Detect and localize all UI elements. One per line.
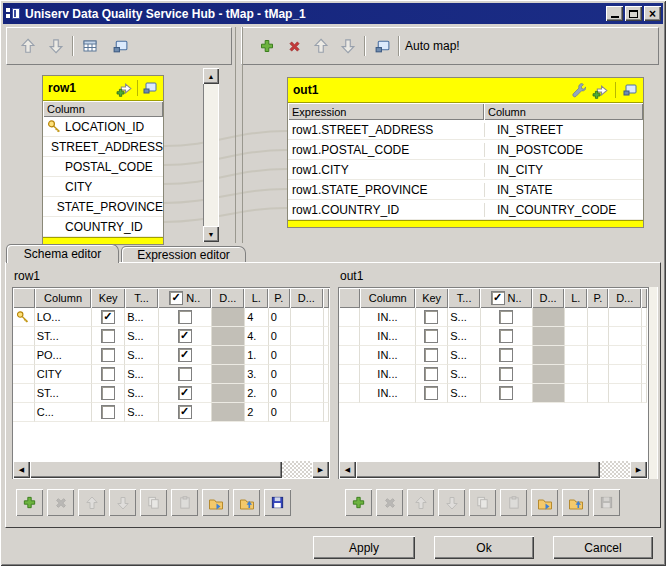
- cell-precision[interactable]: [588, 384, 609, 403]
- cell-length[interactable]: 2: [245, 403, 269, 422]
- key-checkbox[interactable]: [424, 348, 438, 362]
- schema-grid-hscrollbar[interactable]: ◀ ▶: [13, 461, 329, 478]
- cell-length[interactable]: [565, 327, 588, 346]
- schema-row[interactable]: IN... S...: [339, 346, 647, 365]
- schema-row[interactable]: ST... S... ✓ 4. 0: [13, 327, 329, 346]
- cell-default[interactable]: [609, 308, 642, 327]
- save-button[interactable]: [593, 489, 620, 516]
- output-row[interactable]: row1.CITYIN_CITY: [288, 160, 643, 180]
- tab-schema-editor[interactable]: Schema editor: [6, 244, 119, 263]
- key-checkbox[interactable]: ✓: [101, 310, 115, 324]
- input-table-row1[interactable]: row1 Column LOCATION_ID STREET_ADDRESS P…: [42, 75, 164, 245]
- move-up-button[interactable]: [407, 489, 434, 516]
- schema-row[interactable]: IN... S...: [339, 365, 647, 384]
- input-row-location-id[interactable]: LOCATION_ID: [43, 117, 163, 137]
- cell-precision[interactable]: [588, 346, 609, 365]
- input-row-street-address[interactable]: STREET_ADDRESS: [43, 137, 163, 157]
- cell-precision[interactable]: 0: [269, 365, 291, 384]
- schema-grid-hscrollbar[interactable]: ◀ ▶: [339, 461, 647, 478]
- cell-type[interactable]: S...: [448, 346, 481, 365]
- paste-button[interactable]: [171, 489, 198, 516]
- cell-precision[interactable]: 0: [269, 327, 291, 346]
- detach-window-icon[interactable]: [142, 80, 158, 96]
- cell-type[interactable]: S...: [125, 365, 158, 384]
- nullable-checkbox[interactable]: ✓: [178, 386, 192, 400]
- cell-precision[interactable]: [588, 308, 609, 327]
- nullable-all-checkbox[interactable]: ✓: [491, 291, 505, 305]
- cell-type[interactable]: S...: [125, 384, 158, 403]
- scroll-track[interactable]: [600, 461, 630, 478]
- nullable-checkbox[interactable]: [499, 367, 513, 381]
- move-up-icon[interactable]: [17, 36, 39, 56]
- nullable-checkbox[interactable]: [499, 310, 513, 324]
- cell-default[interactable]: [291, 308, 324, 327]
- nullable-checkbox[interactable]: ✓: [178, 329, 192, 343]
- key-checkbox[interactable]: [101, 348, 115, 362]
- output-table-header[interactable]: out1: [288, 78, 643, 103]
- cell-default[interactable]: [609, 346, 642, 365]
- cell-default[interactable]: [291, 384, 324, 403]
- key-checkbox[interactable]: [424, 329, 438, 343]
- nullable-checkbox[interactable]: [499, 348, 513, 362]
- cell-length[interactable]: [565, 365, 588, 384]
- input-row-country-id[interactable]: COUNTRY_ID: [43, 217, 163, 237]
- cell-default[interactable]: [609, 327, 642, 346]
- delete-button[interactable]: [47, 489, 74, 516]
- key-checkbox[interactable]: [101, 367, 115, 381]
- cell-type[interactable]: S...: [448, 365, 481, 384]
- expression-cell[interactable]: row1.STATE_PROVINCE: [288, 183, 484, 197]
- nullable-all-checkbox[interactable]: ✓: [169, 291, 183, 305]
- paste-button[interactable]: [500, 489, 527, 516]
- schema-row[interactable]: LO... ✓ B... 4 0: [13, 308, 329, 327]
- scroll-right-icon[interactable]: ▶: [312, 461, 329, 478]
- output-row[interactable]: row1.POSTAL_CODEIN_POSTCODE: [288, 140, 643, 160]
- import-button[interactable]: [531, 489, 558, 516]
- table-view-icon[interactable]: [79, 36, 101, 56]
- export-button[interactable]: [562, 489, 589, 516]
- move-down-icon[interactable]: [337, 36, 359, 56]
- cell-precision[interactable]: [588, 365, 609, 384]
- cell-precision[interactable]: 0: [269, 308, 291, 327]
- copy-button[interactable]: [140, 489, 167, 516]
- detach-window-icon[interactable]: [371, 36, 393, 56]
- cell-type[interactable]: B...: [125, 308, 158, 327]
- cell-length[interactable]: 4: [245, 308, 269, 327]
- move-down-icon[interactable]: [45, 36, 67, 56]
- schema-row[interactable]: IN... S...: [339, 327, 647, 346]
- expression-cell[interactable]: row1.STREET_ADDRESS: [288, 123, 484, 137]
- save-button[interactable]: [264, 489, 291, 516]
- scroll-down-icon[interactable]: ▼: [203, 226, 219, 242]
- cell-length[interactable]: 3.: [245, 365, 269, 384]
- scroll-track[interactable]: [282, 461, 312, 478]
- scroll-up-icon[interactable]: ▲: [203, 68, 219, 84]
- cell-precision[interactable]: [588, 327, 609, 346]
- cell-default[interactable]: [291, 327, 324, 346]
- schema-row[interactable]: CITY S... 3. 0: [13, 365, 329, 384]
- scroll-right-icon[interactable]: ▶: [630, 461, 647, 478]
- cell-default[interactable]: [609, 365, 642, 384]
- add-column-icon[interactable]: [116, 80, 133, 97]
- schema-grid-vscrollbar[interactable]: [648, 287, 658, 479]
- cell-length[interactable]: 2.: [245, 384, 269, 403]
- scroll-thumb[interactable]: [356, 461, 600, 478]
- nullable-checkbox[interactable]: [499, 329, 513, 343]
- key-checkbox[interactable]: [424, 367, 438, 381]
- apply-button[interactable]: Apply: [313, 536, 415, 559]
- cell-length[interactable]: [565, 384, 588, 403]
- input-row-postal-code[interactable]: POSTAL_CODE: [43, 157, 163, 177]
- cell-default[interactable]: [291, 365, 324, 384]
- cell-default[interactable]: [291, 346, 324, 365]
- cell-length[interactable]: 4.: [245, 327, 269, 346]
- nullable-checkbox[interactable]: ✓: [178, 348, 192, 362]
- output-table-out1[interactable]: out1 Expression Column row1.STREET_ADDRE…: [287, 77, 644, 228]
- cell-type[interactable]: S...: [125, 327, 158, 346]
- tab-expression-editor[interactable]: Expression editor: [121, 246, 246, 263]
- cell-length[interactable]: [565, 308, 588, 327]
- key-checkbox[interactable]: [424, 310, 438, 324]
- cell-type[interactable]: S...: [448, 384, 481, 403]
- schema-row[interactable]: C... S... ✓ 2 0: [13, 403, 329, 422]
- expression-cell[interactable]: row1.COUNTRY_ID: [288, 203, 484, 217]
- detach-window-icon[interactable]: [622, 82, 638, 98]
- input-row-city[interactable]: CITY: [43, 177, 163, 197]
- move-down-button[interactable]: [109, 489, 136, 516]
